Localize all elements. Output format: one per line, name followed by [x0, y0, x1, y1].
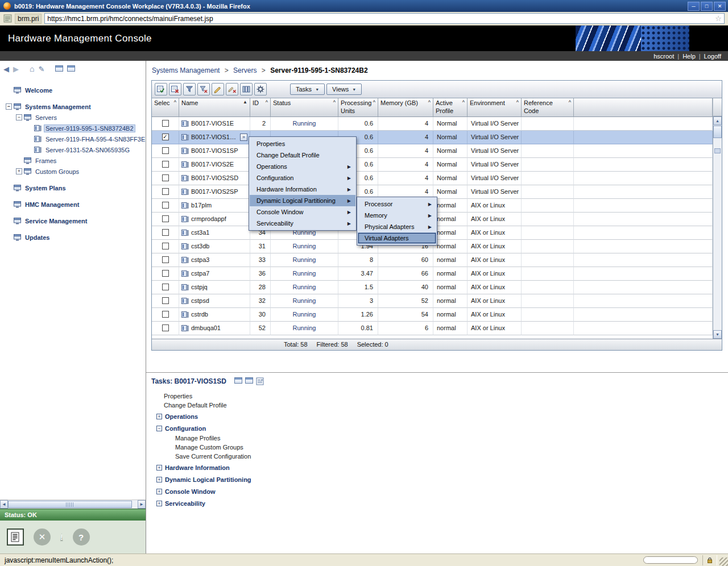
expand-section-icon[interactable]: + — [156, 489, 162, 494]
submenu-item-processor[interactable]: Processor▶ — [358, 198, 436, 210]
row-checkbox[interactable] — [162, 243, 169, 249]
back-icon[interactable]: ◀ — [3, 65, 9, 73]
column-header-id[interactable]: ID^ — [250, 98, 271, 117]
help-link[interactable]: Help — [682, 53, 696, 60]
task-section-hardware-information[interactable]: +Hardware Information — [151, 463, 728, 473]
deselect-all-icon[interactable] — [169, 83, 181, 95]
table-row-b0017-vios1e[interactable]: B0017-VIOS1E2Running0.64NormalVirtual I/… — [152, 117, 713, 131]
sidebar-horizontal-scrollbar[interactable]: ◄ ► — [0, 500, 146, 509]
resize-grip[interactable] — [719, 557, 728, 566]
edit-sort-icon[interactable] — [212, 83, 224, 95]
task-link-save-current-configuration[interactable]: Save Current Configuration — [151, 452, 728, 461]
table-row-cstrdb[interactable]: cstrdb30Running1.2654normalAIX or Linux — [152, 308, 713, 322]
sort-caret-icon[interactable]: ^ — [373, 99, 375, 106]
warning-icon[interactable]: ! — [60, 526, 63, 548]
row-checkbox[interactable] — [162, 215, 169, 222]
row-checkbox[interactable] — [162, 161, 169, 168]
tree-item-welcome[interactable]: Welcome — [0, 85, 146, 95]
clear-sort-icon[interactable] — [226, 83, 238, 95]
menu-item-console-window[interactable]: Console Window▶ — [250, 206, 355, 218]
row-checkbox[interactable] — [162, 174, 169, 181]
logoff-link[interactable]: Logoff — [704, 53, 721, 60]
tree-item-custom-groups[interactable]: +Custom Groups — [0, 166, 146, 177]
tree-item-server-9119-595-1-sn83724b2[interactable]: Server-9119-595-1-SN83724B2 — [0, 123, 146, 134]
row-checkbox[interactable] — [162, 284, 169, 290]
row-checkbox[interactable] — [162, 297, 169, 304]
collapse-toggle-icon[interactable]: − — [6, 103, 12, 110]
breadcrumb-servers[interactable]: Servers — [233, 66, 257, 74]
submenu-item-memory[interactable]: Memory▶ — [358, 210, 436, 221]
status-link[interactable]: Running — [293, 284, 316, 290]
task-link-manage-profiles[interactable]: Manage Profiles — [151, 434, 728, 443]
table-row-b0017-vios2e[interactable]: B0017-VIOS2E0.64NormalVirtual I/O Server — [152, 158, 713, 172]
table-row-b0017-vios1sd[interactable]: ✓B0017-VIOS1SD»0.64NormalVirtual I/O Ser… — [152, 131, 713, 144]
task-link-properties[interactable]: Properties — [151, 392, 728, 401]
task-section-console-window[interactable]: +Console Window — [151, 486, 728, 497]
expand-toggle-icon[interactable]: + — [16, 168, 22, 174]
menu-item-properties[interactable]: Properties — [250, 138, 355, 149]
tree-item-system-plans[interactable]: System Plans — [0, 182, 146, 193]
scroll-right-icon[interactable]: ► — [138, 500, 146, 509]
task-section-operations[interactable]: +Operations — [151, 411, 728, 422]
scroll-left-icon[interactable]: ◄ — [0, 500, 8, 509]
views-menu-button[interactable]: Views▼ — [326, 84, 362, 95]
tree-item-frames[interactable]: Frames — [0, 155, 146, 166]
submenu-item-virtual-adapters[interactable]: Virtual Adapters — [358, 232, 436, 244]
tree-item-servers[interactable]: −Servers — [0, 112, 146, 123]
column-header-memory-gb[interactable]: Memory (GB)^ — [378, 98, 433, 117]
clear-filter-icon[interactable] — [197, 83, 210, 95]
configure-columns-icon[interactable] — [240, 83, 253, 95]
show-filter-icon[interactable] — [183, 83, 196, 95]
row-checkbox[interactable] — [162, 311, 169, 318]
scrollbar-thumb[interactable] — [713, 126, 722, 138]
expand-section-icon[interactable]: + — [156, 465, 162, 471]
sort-caret-icon[interactable]: ^ — [462, 99, 465, 106]
task-section-serviceability[interactable]: +Serviceability — [151, 498, 728, 509]
table-row-cstpjq[interactable]: cstpjq28Running1.540normalAIX or Linux — [152, 281, 713, 294]
breadcrumb-systems-management[interactable]: Systems Management — [152, 66, 220, 74]
collapse-section-icon[interactable]: − — [156, 426, 162, 431]
submenu-item-physical-adapters[interactable]: Physical Adapters▶ — [358, 221, 436, 232]
tree-item-updates[interactable]: Updates — [0, 232, 146, 243]
row-checkbox[interactable] — [162, 270, 169, 277]
menu-item-operations[interactable]: Operations▶ — [250, 161, 355, 172]
column-header-processing-units[interactable]: Processing Units^ — [338, 98, 378, 117]
status-link[interactable]: Running — [293, 297, 316, 304]
task-section-dynamic-logical-partitioning[interactable]: +Dynamic Logical Partitioning — [151, 475, 728, 485]
row-checkbox[interactable] — [162, 229, 169, 236]
column-header-name[interactable]: Name▲ — [179, 98, 250, 117]
menu-item-serviceability[interactable]: Serviceability▶ — [250, 218, 355, 229]
tasks-menu-button[interactable]: Tasks▼ — [290, 84, 325, 95]
configure-options-icon[interactable] — [254, 83, 267, 95]
tree-item-hmc-management[interactable]: HMC Management — [0, 199, 146, 210]
collapse-toggle-icon[interactable]: − — [16, 114, 22, 120]
table-row-cstpa7[interactable]: cstpa736Running3.4766normalAIX or Linux — [152, 267, 713, 281]
error-icon[interactable]: ✕ — [34, 528, 51, 546]
home-icon[interactable]: ⌂ — [30, 65, 34, 73]
row-checkbox[interactable] — [162, 120, 169, 127]
edit-icon[interactable]: ✎ — [38, 65, 44, 73]
scrollbar-track[interactable] — [8, 500, 138, 509]
status-link[interactable]: Running — [293, 243, 316, 249]
maximize-pad-icon[interactable] — [234, 377, 242, 385]
scrollbar-thumb[interactable] — [8, 501, 132, 508]
column-header-environment[interactable]: Environment^ — [468, 98, 522, 117]
table-row-b0017-vios2sd[interactable]: B0017-VIOS2SD0.64NormalVirtual I/O Serve… — [152, 172, 713, 185]
table-row-dmbuqa01[interactable]: dmbuqa0152Running0.816normalAIX or Linux — [152, 322, 713, 335]
info-icon[interactable]: ? — [73, 528, 90, 546]
task-pad-icon[interactable] — [256, 377, 264, 385]
column-header-active-profile[interactable]: Active Profile^ — [433, 98, 468, 117]
table-row-cstpa3[interactable]: cstpa333Running860normalAIX or Linux — [152, 253, 713, 267]
menu-item-dynamic-logical-partitioning[interactable]: Dynamic Logical Partitioning▶ — [250, 195, 355, 206]
task-menu-launcher-icon[interactable]: » — [240, 134, 247, 141]
sort-caret-icon[interactable]: ^ — [174, 99, 176, 106]
row-checkbox[interactable] — [162, 324, 169, 331]
tile-window-icon[interactable] — [67, 65, 75, 73]
forward-icon[interactable]: ▶ — [13, 65, 19, 73]
status-link[interactable]: Running — [293, 120, 316, 127]
sort-caret-icon[interactable]: ^ — [428, 99, 431, 106]
status-link[interactable]: Running — [293, 270, 316, 277]
task-section-configuration[interactable]: −Configuration — [151, 423, 728, 434]
url-input[interactable] — [47, 15, 715, 23]
menu-item-configuration[interactable]: Configuration▶ — [250, 172, 355, 184]
